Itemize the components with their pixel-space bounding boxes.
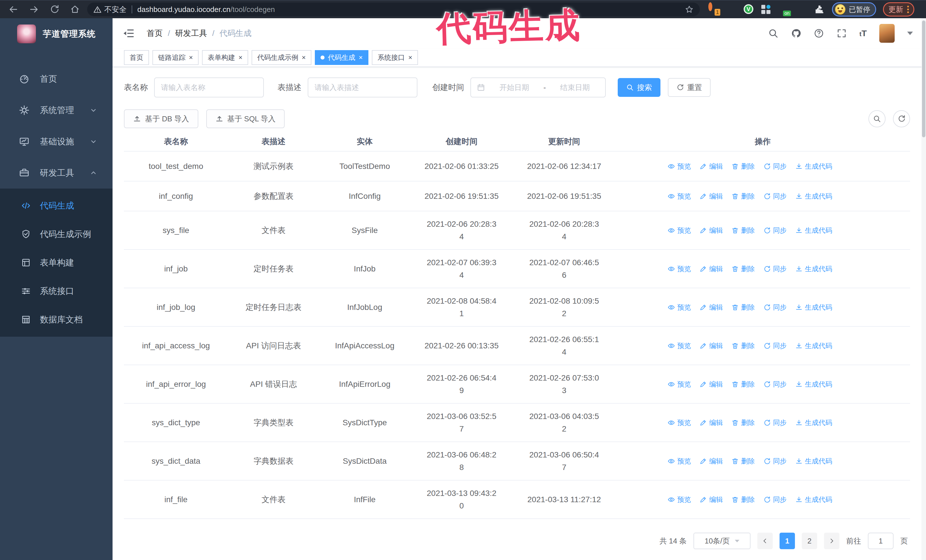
extension-icon-green-v[interactable]: V: [744, 4, 754, 15]
generate-code-link[interactable]: 生成代码: [795, 380, 832, 389]
sidebar-item-dev-tools[interactable]: 研发工具: [0, 157, 112, 189]
sync-link[interactable]: 同步: [763, 418, 787, 427]
home-icon[interactable]: [70, 5, 80, 14]
goto-page-input[interactable]: [868, 533, 894, 549]
import-sql-button[interactable]: 基于 SQL 导入: [206, 109, 285, 128]
sidebar-item-system-api[interactable]: 系统接口: [0, 277, 112, 305]
generate-code-link[interactable]: 生成代码: [795, 264, 832, 273]
sync-link[interactable]: 同步: [763, 264, 787, 273]
security-label[interactable]: 不安全: [104, 5, 127, 15]
preview-link[interactable]: 预览: [667, 162, 691, 171]
tab-codegen-example[interactable]: 代码生成示例×: [251, 50, 312, 65]
user-avatar[interactable]: [879, 24, 895, 43]
browser-update-button[interactable]: 更新: [883, 2, 914, 17]
prev-page-button[interactable]: [757, 533, 773, 549]
reload-icon[interactable]: [50, 5, 59, 14]
close-icon[interactable]: ×: [408, 54, 412, 62]
edit-link[interactable]: 编辑: [699, 192, 723, 201]
delete-link[interactable]: 删除: [731, 341, 755, 350]
tab-home[interactable]: 首页: [124, 50, 149, 65]
sidebar-item-system[interactable]: 系统管理: [0, 95, 112, 126]
page-button-2[interactable]: 2: [802, 533, 817, 549]
date-range-picker[interactable]: 开始日期 - 结束日期: [471, 77, 606, 97]
extensions-puzzle-icon[interactable]: [814, 4, 825, 15]
delete-link[interactable]: 删除: [731, 303, 755, 312]
tab-form-builder[interactable]: 表单构建×: [202, 50, 248, 65]
sync-link[interactable]: 同步: [763, 341, 787, 350]
browser-menu-icon[interactable]: [907, 6, 909, 13]
preview-link[interactable]: 预览: [667, 303, 691, 312]
edit-link[interactable]: 编辑: [699, 418, 723, 427]
tab-system-api[interactable]: 系统接口×: [372, 50, 418, 65]
close-icon[interactable]: ×: [189, 54, 193, 62]
extension-icon-grid[interactable]: [761, 4, 772, 15]
generate-code-link[interactable]: 生成代码: [795, 418, 832, 427]
sync-link[interactable]: 同步: [763, 457, 787, 466]
sync-link[interactable]: 同步: [763, 226, 787, 235]
page-button-1[interactable]: 1: [779, 533, 795, 549]
tab-trace[interactable]: 链路追踪×: [153, 50, 198, 65]
generate-code-link[interactable]: 生成代码: [795, 162, 832, 171]
help-icon[interactable]: [814, 28, 824, 38]
avatar-caret-down-icon[interactable]: [907, 32, 913, 35]
generate-code-link[interactable]: 生成代码: [795, 341, 832, 350]
preview-link[interactable]: 预览: [667, 264, 691, 273]
generate-code-link[interactable]: 生成代码: [795, 192, 832, 201]
preview-link[interactable]: 预览: [667, 226, 691, 235]
font-size-icon[interactable]: tT: [859, 29, 867, 38]
close-icon[interactable]: ×: [239, 54, 242, 62]
edit-link[interactable]: 编辑: [699, 495, 723, 504]
edit-link[interactable]: 编辑: [699, 457, 723, 466]
close-icon[interactable]: ×: [359, 54, 363, 62]
delete-link[interactable]: 删除: [731, 226, 755, 235]
next-page-button[interactable]: [824, 533, 840, 549]
address-bar[interactable]: 不安全 dashboard.yudao.iocoder.cn /tool/cod…: [87, 3, 700, 16]
page-scrollbar[interactable]: [921, 18, 926, 560]
search-icon[interactable]: [768, 28, 778, 38]
sidebar-item-codegen-example[interactable]: 代码生成示例: [0, 220, 112, 248]
sidebar-item-codegen[interactable]: 代码生成: [0, 192, 112, 220]
refresh-button[interactable]: [893, 110, 910, 127]
sidebar-item-home[interactable]: 首页: [0, 63, 112, 95]
delete-link[interactable]: 删除: [731, 380, 755, 389]
scrollbar-thumb[interactable]: [922, 21, 925, 137]
delete-link[interactable]: 删除: [731, 264, 755, 273]
sync-link[interactable]: 同步: [763, 162, 787, 171]
delete-link[interactable]: 删除: [731, 457, 755, 466]
hide-search-button[interactable]: [869, 110, 885, 127]
edit-link[interactable]: 编辑: [699, 264, 723, 273]
edit-link[interactable]: 编辑: [699, 226, 723, 235]
preview-link[interactable]: 预览: [667, 418, 691, 427]
forward-icon[interactable]: [29, 5, 39, 14]
edit-link[interactable]: 编辑: [699, 303, 723, 312]
generate-code-link[interactable]: 生成代码: [795, 226, 832, 235]
preview-link[interactable]: 预览: [667, 192, 691, 201]
search-button[interactable]: 搜索: [618, 78, 660, 97]
fullscreen-icon[interactable]: [837, 28, 847, 38]
close-icon[interactable]: ×: [302, 54, 306, 62]
sidebar-toggle-icon[interactable]: [123, 27, 135, 39]
sidebar-item-form-builder[interactable]: 表单构建: [0, 248, 112, 277]
table-name-input[interactable]: [154, 77, 264, 97]
preview-link[interactable]: 预览: [667, 457, 691, 466]
import-db-button[interactable]: 基于 DB 导入: [124, 109, 198, 128]
edit-link[interactable]: 编辑: [699, 380, 723, 389]
breadcrumb-section[interactable]: 研发工具: [175, 28, 207, 39]
extension-icon-orange[interactable]: 1: [708, 4, 719, 15]
bookmark-star-icon[interactable]: [685, 5, 693, 14]
edit-link[interactable]: 编辑: [699, 162, 723, 171]
generate-code-link[interactable]: 生成代码: [795, 495, 832, 504]
sync-link[interactable]: 同步: [763, 495, 787, 504]
extension-icon-diamond[interactable]: [726, 4, 736, 15]
tab-codegen[interactable]: 代码生成×: [315, 50, 368, 65]
sidebar-item-infrastructure[interactable]: 基础设施: [0, 126, 112, 157]
github-icon[interactable]: [791, 28, 801, 38]
delete-link[interactable]: 删除: [731, 418, 755, 427]
preview-link[interactable]: 预览: [667, 341, 691, 350]
extension-icon-blob[interactable]: [797, 4, 807, 15]
sync-link[interactable]: 同步: [763, 192, 787, 201]
preview-link[interactable]: 预览: [667, 495, 691, 504]
preview-link[interactable]: 预览: [667, 380, 691, 389]
sync-link[interactable]: 同步: [763, 303, 787, 312]
sidebar-item-db-doc[interactable]: 数据库文档: [0, 305, 112, 334]
